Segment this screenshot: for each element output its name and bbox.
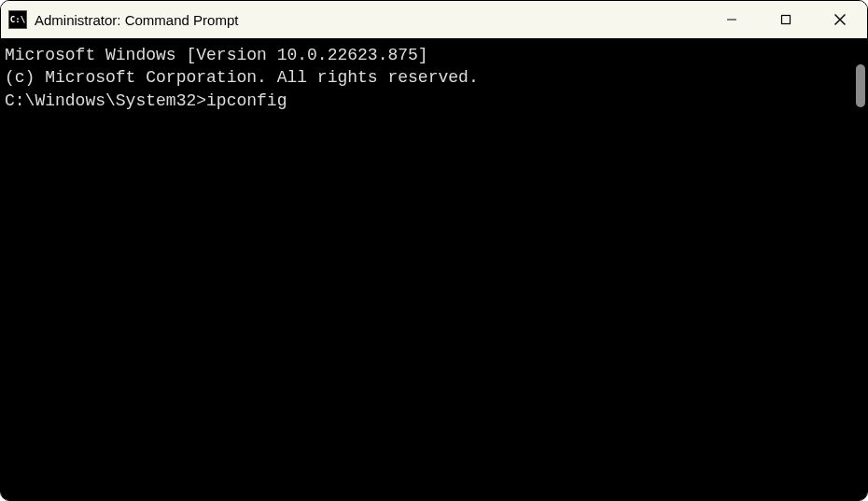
terminal-output[interactable]: Microsoft Windows [Version 10.0.22623.87… [1,38,850,500]
window-controls [705,1,867,38]
minimize-button[interactable] [705,1,759,38]
cmd-app-icon: C:\ [8,10,27,29]
window-title: Administrator: Command Prompt [35,12,705,28]
maximize-button[interactable] [759,1,813,38]
titlebar[interactable]: C:\ Administrator: Command Prompt [1,1,867,38]
close-icon [833,13,847,26]
scrollbar-thumb[interactable] [856,64,865,107]
svg-rect-1 [782,16,791,24]
scrollbar-track[interactable] [850,38,867,500]
output-line: Microsoft Windows [Version 10.0.22623.87… [5,44,850,66]
prompt-line: C:\Windows\System32>ipconfig [5,90,850,112]
terminal-area: Microsoft Windows [Version 10.0.22623.87… [1,38,867,500]
minimize-icon [726,14,737,25]
maximize-icon [780,14,791,25]
output-line: (c) Microsoft Corporation. All rights re… [5,66,850,89]
prompt: C:\Windows\System32> [5,91,206,110]
close-button[interactable] [813,1,867,38]
command-input[interactable]: ipconfig [206,91,287,110]
command-prompt-window: C:\ Administrator: Command Prompt Mi [0,0,868,501]
